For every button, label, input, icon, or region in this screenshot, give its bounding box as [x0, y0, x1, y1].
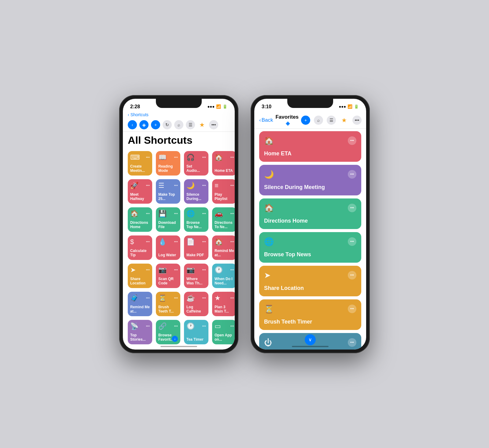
- fav-brush-teeth-timer[interactable]: ⏳ ••• Brush Teeth Timer: [259, 299, 361, 330]
- tile-where-was-th[interactable]: 📷••• Where Was Th...: [184, 264, 208, 288]
- nav-list-icon-1[interactable]: ☰: [186, 120, 195, 129]
- book-icon: 📖: [158, 154, 167, 161]
- nav-star-icon-1[interactable]: ★: [197, 120, 207, 129]
- nav-search-icon-2[interactable]: ⌕: [314, 116, 323, 125]
- tile-scan-qr[interactable]: 📷••• Scan QR Code: [156, 264, 180, 288]
- arrow-icon: ➤: [130, 266, 136, 274]
- square-icon: ▭: [215, 322, 221, 330]
- notch-2: [287, 99, 333, 108]
- chevron-left-icon: ‹: [128, 112, 129, 117]
- home-icon: 🏠: [264, 136, 274, 146]
- nav-layers-icon-2: ◈: [286, 120, 290, 126]
- nav-bar-1: ‹ ◈ + ↻ ⌕ ☰ ★ •••: [123, 118, 235, 132]
- nav-plus-icon-2[interactable]: +: [301, 116, 310, 125]
- chevron-left-icon: ‹: [259, 117, 261, 123]
- nav-more-icon-2[interactable]: •••: [352, 116, 362, 125]
- tile-meet-halfway[interactable]: 🚀••• Meet Halfway: [128, 179, 152, 204]
- fav-more-btn[interactable]: •••: [348, 136, 356, 145]
- home-indicator-2: [292, 346, 329, 347]
- fav-more-btn[interactable]: •••: [348, 170, 356, 179]
- favorites-list: 🏠 ••• Home ETA 🌙 ••• Silence During Meet…: [254, 129, 366, 350]
- fav-silence-during-meeting[interactable]: 🌙 ••• Silence During Meeting: [259, 165, 361, 195]
- nav-back-button-2[interactable]: ‹ Back: [259, 117, 273, 123]
- tile-brush-teeth-t[interactable]: ⏳••• Brush Teeth T...: [156, 292, 180, 316]
- phones-container: 2:28 ●●● 📶 🔋 ‹ Shortcuts ‹ ◈ + ↻ ⌕ ☰: [119, 95, 370, 353]
- tile-label: Make Top 25...: [158, 192, 178, 201]
- music-list-icon: ≡: [215, 182, 219, 190]
- tile-remind-me-at[interactable]: 🏠••• Remind Me at...: [212, 235, 235, 260]
- hourglass-icon: ⏳: [264, 304, 274, 314]
- fav-more-btn[interactable]: •••: [348, 237, 356, 246]
- nav-search-icon-1[interactable]: ⌕: [174, 120, 183, 129]
- fav-more-btn[interactable]: •••: [348, 271, 356, 280]
- tile-browse-top-news[interactable]: 🌐••• Browse Top Ne...: [184, 207, 208, 232]
- fav-browse-top-news[interactable]: 🌐 ••• Browse Top News: [259, 232, 361, 263]
- fav-more-btn[interactable]: •••: [348, 204, 356, 212]
- tile-browse-favorit[interactable]: 🔗••• Browse Favorit... ↓: [156, 320, 180, 344]
- tile-create-meeting[interactable]: ⌨••• Create Meetin...: [128, 151, 152, 176]
- nav-more-icon-1[interactable]: •••: [209, 120, 218, 129]
- tile-log-water[interactable]: 💧••• Log Water: [156, 235, 180, 260]
- fav-directions-home[interactable]: 🏠 ••• Directions Home: [259, 198, 361, 229]
- tile-label: Remind Me at...: [215, 249, 234, 257]
- tile-share-location[interactable]: ➤••• Share Location: [128, 264, 152, 288]
- tile-plan-3-main-t[interactable]: ★••• Plan 3 Main T...: [212, 292, 235, 316]
- nav-back-button-1[interactable]: ‹: [128, 120, 137, 129]
- camera-icon: 📷: [186, 266, 195, 274]
- tile-reading-mode[interactable]: 📖••• Reading Mode: [156, 151, 180, 176]
- tile-play-playlist[interactable]: ≡••• Play Playlist: [212, 179, 235, 204]
- nav-list-icon-2[interactable]: ☰: [327, 116, 336, 125]
- tile-directions-ne[interactable]: 🚗••• Directions To Ne...: [212, 207, 235, 232]
- nav-bar-2: ‹ Back Favorites ◈ + ⌕ ☰ ★ •••: [254, 112, 366, 129]
- tile-label: Set Audio...: [186, 164, 206, 173]
- nav-star-icon-2[interactable]: ★: [340, 116, 349, 125]
- tile-label: Tea Timer: [186, 337, 206, 342]
- fav-label: Silence During Meeting: [264, 184, 356, 191]
- tile-when-do-i-need[interactable]: 🕐••• When Do I Need...: [212, 264, 235, 288]
- camera-icon: 📷: [158, 266, 167, 274]
- tile-label: Scan QR Code: [158, 277, 178, 286]
- tile-label: Plan 3 Main T...: [215, 305, 234, 314]
- tile-log-caffeine[interactable]: ☕••• Log Caffeine: [184, 292, 208, 316]
- tile-home-eta[interactable]: 🏠••• Home ETA: [212, 151, 235, 176]
- list-icon: ☰: [158, 182, 164, 190]
- fav-home-eta[interactable]: 🏠 ••• Home ETA: [259, 131, 361, 162]
- tile-download-file[interactable]: 💾••• Download File: [156, 207, 180, 232]
- power-icon: ⏻: [264, 338, 272, 347]
- tile-silence-during[interactable]: 🌙••• Silence During...: [184, 179, 208, 204]
- tile-label: Home ETA: [215, 168, 234, 173]
- briefcase-icon: 🧳: [130, 294, 138, 302]
- nav-layers-icon-1[interactable]: ◈: [139, 120, 149, 129]
- scroll-down-indicator[interactable]: ∨: [305, 334, 316, 345]
- tile-label: Directions To Ne...: [215, 220, 234, 229]
- clock-icon: 🕐: [186, 322, 195, 330]
- fav-share-location[interactable]: ➤ ••• Share Location: [259, 266, 361, 296]
- pdf-icon: 📄: [186, 238, 195, 246]
- tile-set-audio[interactable]: 🎧••• Set Audio...: [184, 151, 208, 176]
- tile-top-stories[interactable]: 📡••• Top Stories...: [128, 320, 152, 344]
- tile-make-top25[interactable]: ☰••• Make Top 25...: [156, 179, 180, 204]
- hourglass-icon: ⏳: [158, 294, 167, 302]
- back-label-1[interactable]: ‹ Shortcuts: [123, 112, 235, 118]
- nav-refresh-icon-1[interactable]: ↻: [163, 120, 172, 129]
- tile-tea-timer[interactable]: 🕐••• Tea Timer: [184, 320, 208, 344]
- fav-more-btn[interactable]: •••: [348, 305, 356, 313]
- globe-icon: 🌐: [186, 210, 195, 218]
- tile-label: Directions Home: [130, 220, 150, 229]
- nav-plus-icon-1[interactable]: +: [151, 120, 160, 129]
- home-indicator-1: [160, 346, 197, 347]
- tile-directions-home[interactable]: 🏠••• Directions Home: [128, 207, 152, 232]
- download-indicator: ↓: [172, 336, 178, 342]
- tile-calculate-tip[interactable]: $••• Calculate Tip: [128, 235, 152, 260]
- phone-2: 3:10 ●●● 📶 🔋 ‹ Back Favorites ◈ +: [251, 95, 370, 353]
- headphones-icon: 🎧: [186, 154, 195, 161]
- status-time-2: 3:10: [262, 104, 271, 109]
- tile-remind-me-at2[interactable]: 🧳••• Remind Me at...: [128, 292, 152, 316]
- clock-icon: 🕐: [215, 266, 223, 274]
- battery-icon: 🔋: [354, 104, 359, 109]
- tile-make-pdf[interactable]: 📄••• Make PDF: [184, 235, 208, 260]
- tile-open-app-on[interactable]: ▭••• Open App on...: [212, 320, 235, 344]
- home-icon: 🏠: [130, 210, 138, 218]
- fav-more-btn[interactable]: •••: [348, 338, 356, 347]
- home-icon: 🏠: [215, 238, 223, 246]
